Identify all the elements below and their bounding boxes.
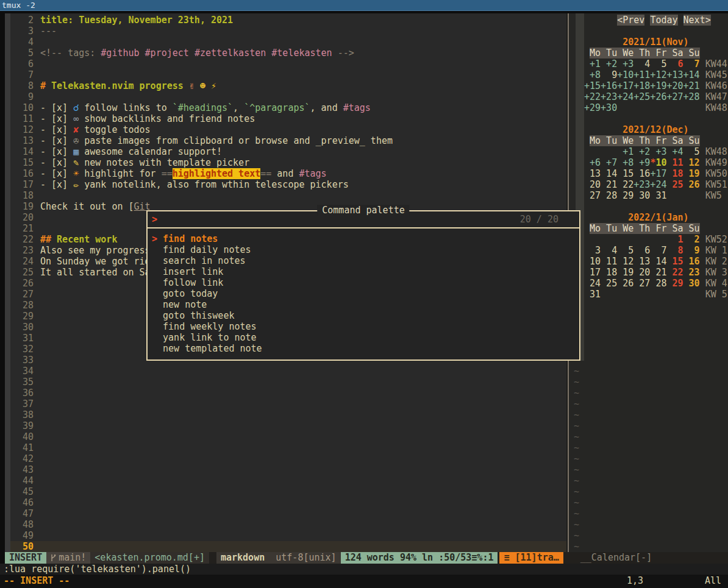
calendar-cells [666, 190, 699, 201]
empty-line-tilde: ~ [574, 420, 579, 431]
calendar-cells: 12 [683, 157, 700, 168]
calendar-line: 2021/12(Dec) [584, 124, 689, 135]
calendar-cells: +1 +2 +3 +4 [617, 146, 683, 157]
calendar-line: 27 28 29 30 31 KW5 [584, 190, 722, 201]
empty-line-tilde: ~ [574, 486, 579, 497]
calendar-line: 2022/1(Jan) [584, 212, 689, 223]
calendar-line: <Prev Today Next> [584, 15, 711, 26]
calendar-cells: KW49 [700, 157, 727, 168]
palette-item[interactable]: new templated note [148, 343, 579, 354]
editor-line: 2title: Tuesday, November 23th, 2021 [10, 15, 233, 26]
line-number: 39 [10, 420, 36, 431]
calendar-cells: +15+16+17+18+19+20+21 [584, 80, 700, 91]
editor-line: 19Check it out on [Git [10, 201, 151, 212]
calendar-next-button[interactable]: Next> [683, 15, 711, 26]
palette-item[interactable]: follow link [148, 277, 579, 288]
calendar-weekday-header: Mo Tu We Th Fr Sa Su [590, 135, 700, 146]
calendar-line: 10 11 12 13 14 15 16 KW 2 [584, 256, 727, 267]
calendar-cells [617, 102, 699, 113]
editor-line: 28 [10, 300, 40, 311]
fold-column [5, 13, 10, 552]
editor-line: 12- [x] ✘ toggle todos [10, 124, 151, 135]
line-number: 34 [10, 366, 36, 377]
palette-item-label: search in notes [163, 255, 245, 266]
selection-caret [152, 299, 163, 310]
calendar-line: 1 2 KW52 [584, 234, 727, 245]
calendar-line: Mo Tu We Th Fr Sa Su [584, 223, 700, 234]
calendar-today-button[interactable]: Today [650, 15, 677, 26]
palette-item[interactable]: yank link to note [148, 332, 579, 343]
palette-item[interactable]: find daily notes [148, 244, 579, 255]
line-text: --- [40, 26, 57, 37]
line-number: 9 [10, 91, 36, 102]
palette-item[interactable]: goto today [148, 288, 579, 299]
calendar-cells: 6 [666, 58, 683, 69]
editor-line: 13- [x] ✇ paste images from clipboard or… [10, 135, 393, 146]
calendar-cells: 27 28 29 30 31 [584, 190, 666, 201]
line-number: 50 [10, 541, 36, 552]
scroll-indicator: All [705, 575, 721, 587]
calendar-cells: 19 [683, 168, 700, 179]
line-text: On Sunday we got rid [40, 256, 151, 267]
editor-line: 9 [10, 91, 40, 102]
palette-item[interactable]: search in notes [148, 255, 579, 266]
selection-caret [152, 288, 163, 299]
empty-line-tilde: ~ [574, 519, 579, 530]
line-number: 41 [10, 442, 36, 453]
line-number: 14 [10, 146, 36, 157]
editor-line: 15- [x] ✎ new notes with template picker [10, 157, 249, 168]
calendar-cells [584, 223, 590, 234]
editor-line: 23Also see my progress [10, 245, 151, 256]
calendar-cells: KW48 [700, 146, 727, 157]
calendar-cells: 30 [683, 278, 700, 289]
line-number: 17 [10, 179, 36, 190]
palette-item[interactable]: insert link [148, 266, 579, 277]
line-number: 15 [10, 157, 36, 168]
line-text: - [x] ✎ new notes with template picker [40, 157, 249, 168]
command-line[interactable]: :lua require('telekasten').panel() [0, 564, 728, 575]
empty-line-tilde: ~ [574, 464, 579, 475]
line-number: 48 [10, 519, 36, 530]
calendar-line: 31 KW 5 [584, 289, 727, 300]
line-number: 49 [10, 530, 36, 541]
line-number: 22 [10, 234, 36, 245]
word-count-segment: 124 words 94% ln :50/53≡%:1 [341, 552, 498, 564]
line-number: 25 [10, 267, 36, 278]
editor-line: 50 [10, 541, 566, 552]
calendar-cells: KW 1 [700, 245, 727, 256]
palette-item[interactable]: > find notes [148, 233, 579, 244]
line-number: 46 [10, 497, 36, 508]
calendar-cells: 16 [683, 256, 700, 267]
palette-item[interactable]: find weekly notes [148, 321, 579, 332]
editor-line: 48 [10, 519, 40, 530]
calendar-weekday-header: Mo Tu We Th Fr Sa Su [590, 223, 700, 234]
line-number: 43 [10, 464, 36, 475]
calendar-cells [601, 289, 700, 300]
line-number: 19 [10, 201, 36, 212]
statusline: INSERT main! <ekasten.promo.md[+] markdo… [5, 552, 728, 564]
calendar-cells: KW48 [700, 102, 727, 113]
calendar-line: 24 25 26 27 28 29 30 KW 4 [584, 278, 727, 289]
editor-line: 22## Recent work [10, 234, 117, 245]
line-text: - [x] ✇ paste images from clipboard or b… [40, 135, 393, 146]
selection-caret [152, 343, 163, 354]
selection-caret [152, 310, 163, 321]
palette-item-label: find daily notes [163, 244, 251, 255]
calendar-cells: 8 [666, 245, 683, 256]
editor-line: 31 [10, 333, 40, 344]
command-palette[interactable]: Command palette > 20 / 20 > find notes f… [146, 210, 580, 361]
empty-line-tilde: ~ [574, 388, 579, 398]
palette-item[interactable]: new note [148, 299, 579, 310]
calendar-window[interactable]: <Prev Today Next> 2021/11(Nov) Mo Tu We … [569, 13, 728, 552]
editor-line: 41 [10, 442, 40, 453]
calendar-prev-button[interactable]: <Prev [617, 15, 644, 26]
calendar-cells: 9 [683, 245, 700, 256]
calendar-cells: 24 25 26 27 28 [584, 278, 666, 289]
empty-line-tilde: ~ [574, 530, 579, 541]
palette-prompt-row[interactable]: > 20 / 20 [148, 211, 579, 228]
calendar-cells: 15 [666, 256, 683, 267]
calendar-cells: +1 +2 +3 [584, 58, 633, 69]
calendar-cells: 10 [655, 157, 666, 168]
palette-item[interactable]: goto thisweek [148, 310, 579, 321]
calendar-cells: KW50 [700, 168, 727, 179]
